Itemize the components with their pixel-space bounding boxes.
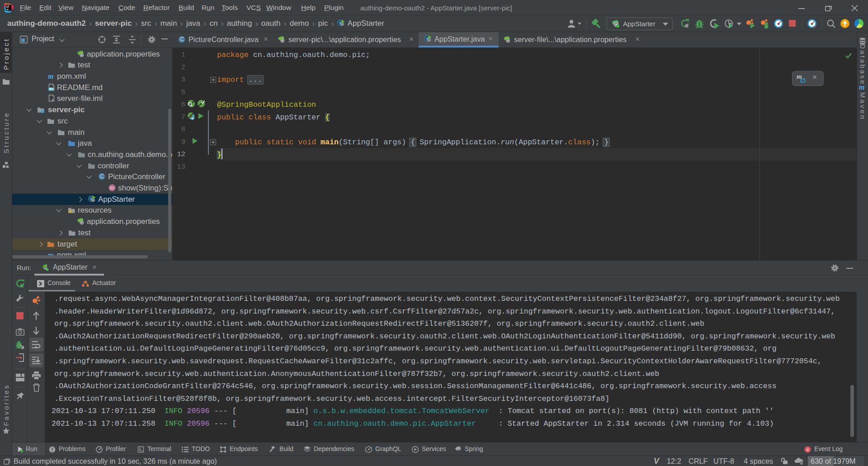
- svg-text:AppStarter: AppStarter: [623, 20, 656, 28]
- svg-text:V: V: [654, 457, 660, 465]
- svg-text:4: 4: [807, 447, 809, 452]
